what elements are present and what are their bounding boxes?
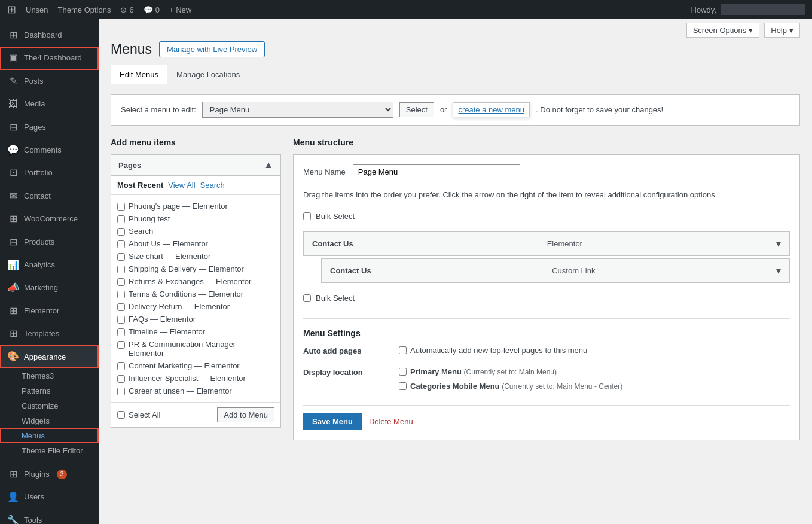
sidebar-item-portfolio[interactable]: ⊡ Portfolio	[0, 162, 99, 184]
menu-item-label-1: Contact Us	[330, 266, 371, 275]
add-to-menu-button[interactable]: Add to Menu	[217, 407, 274, 422]
menu-item-row[interactable]: Contact Us Custom Link ▾	[321, 258, 790, 283]
sidebar-item-marketing[interactable]: 📣 Marketing	[0, 276, 99, 299]
categories-mobile-menu-checkbox[interactable]	[399, 382, 407, 390]
pages-tab-most-recent[interactable]: Most Recent	[117, 181, 163, 190]
select-all-checkbox[interactable]	[117, 411, 125, 419]
help-button[interactable]: Help ▾	[764, 23, 800, 38]
select-menu-button[interactable]: Select	[399, 102, 434, 117]
list-item: Terms & Conditions — Elementor	[117, 288, 274, 300]
page-checkbox-12[interactable]	[117, 362, 125, 370]
comments-bar[interactable]: 💬 0	[144, 5, 160, 14]
page-checkbox-8[interactable]	[117, 303, 125, 311]
menu-item-type-1: Custom Link	[552, 266, 595, 275]
sidebar-item-elementor[interactable]: ⊞ Elementor	[0, 300, 99, 322]
auto-add-checkbox-label[interactable]: Automatically add new top-level pages to…	[399, 345, 790, 356]
howdy-label: Howdy,	[691, 5, 716, 14]
page-checkbox-1[interactable]	[117, 215, 125, 223]
display-location-label: Display location	[303, 367, 387, 395]
pages-box: Pages ▲ Most Recent View All Search Phuo…	[111, 154, 281, 428]
customize-icon: ⊙	[120, 5, 127, 14]
submenu-menus[interactable]: Menus	[0, 428, 99, 443]
page-checkbox-7[interactable]	[117, 291, 125, 298]
page-checkbox-10[interactable]	[117, 328, 125, 336]
page-checkbox-14[interactable]	[117, 388, 125, 395]
new-item[interactable]: + New	[169, 5, 191, 14]
sidebar-item-products[interactable]: ⊟ Products	[0, 231, 99, 254]
delete-menu-link[interactable]: Delete Menu	[369, 417, 413, 426]
pages-collapse-button[interactable]: ▲	[264, 160, 273, 170]
posts-icon: ✎	[7, 75, 19, 88]
page-checkbox-13[interactable]	[117, 375, 125, 383]
list-item: Timeline — Elementor	[117, 325, 274, 338]
site-name[interactable]: Unsen	[26, 5, 48, 14]
screen-options-button[interactable]: Screen Options ▾	[686, 23, 760, 38]
tab-edit-menus[interactable]: Edit Menus	[111, 65, 167, 84]
sidebar-item-comments[interactable]: 💬 Comments	[0, 139, 99, 162]
page-title: Menus	[111, 41, 152, 57]
submenu-theme-file-editor[interactable]: Theme File Editor	[0, 443, 99, 458]
sidebar-item-the4-dashboard[interactable]: ▣ The4 Dashboard	[0, 47, 99, 69]
main-content: Screen Options ▾ Help ▾ Menus Manage wit…	[99, 19, 812, 524]
help-chevron-icon: ▾	[789, 26, 793, 35]
list-item: Returns & Exchanges — Elementor	[117, 275, 274, 288]
menu-item-row[interactable]: Contact Us Elementor ▾	[303, 231, 790, 256]
create-new-menu-link[interactable]: create a new menu	[458, 105, 524, 114]
user-search-input[interactable]	[721, 4, 805, 15]
menu-item-expand-1[interactable]: ▾	[776, 265, 781, 276]
tab-manage-locations[interactable]: Manage Locations	[167, 65, 249, 84]
page-checkbox-5[interactable]	[117, 266, 125, 273]
primary-menu-checkbox[interactable]	[399, 368, 407, 376]
plugins-icon: ⊞	[7, 468, 19, 481]
sidebar-item-tools[interactable]: 🔧 Tools	[0, 509, 99, 524]
submenu-customize[interactable]: Customize	[0, 398, 99, 413]
list-item: Phuong's page — Elementor	[117, 200, 274, 212]
select-all-label[interactable]: Select All	[117, 410, 160, 419]
sidebar-item-media[interactable]: 🖼 Media	[0, 93, 99, 115]
sidebar-item-posts[interactable]: ✎ Posts	[0, 70, 99, 93]
sidebar-item-appearance[interactable]: 🎨 Appearance	[0, 345, 99, 368]
sidebar-item-contact[interactable]: ✉ Contact	[0, 185, 99, 208]
admin-bar: ⊞ Unsen Theme Options ⊙ 6 💬 0 + New Howd…	[0, 0, 812, 19]
auto-add-checkbox[interactable]	[399, 346, 407, 354]
submenu-widgets[interactable]: Widgets	[0, 413, 99, 428]
page-checkbox-6[interactable]	[117, 278, 125, 286]
sidebar-item-users[interactable]: 👤 Users	[0, 486, 99, 508]
pages-box-header: Pages ▲	[111, 155, 280, 176]
save-menu-button[interactable]: Save Menu	[303, 413, 362, 430]
page-checkbox-4[interactable]	[117, 253, 125, 261]
display-location-row: Display location Primary Menu (Currently…	[303, 367, 790, 395]
sidebar-item-woocommerce[interactable]: ⊞ WooCommerce	[0, 208, 99, 230]
page-checkbox-11[interactable]	[117, 341, 125, 349]
live-preview-button[interactable]: Manage with Live Preview	[159, 41, 265, 57]
primary-menu-label[interactable]: Primary Menu (Currently set to: Main Men…	[399, 367, 790, 377]
comments-icon: 💬	[7, 144, 19, 157]
sidebar-item-analytics[interactable]: 📊 Analytics	[0, 254, 99, 276]
menu-item-expand-0[interactable]: ▾	[776, 238, 781, 249]
page-checkbox-3[interactable]	[117, 240, 125, 248]
theme-options[interactable]: Theme Options	[58, 5, 111, 14]
wp-logo-icon[interactable]: ⊞	[7, 3, 16, 16]
sidebar-item-templates[interactable]: ⊞ Templates	[0, 322, 99, 345]
menu-select[interactable]: Page Menu	[202, 102, 393, 118]
submenu-themes[interactable]: Themes 3	[0, 368, 99, 383]
bulk-select-top-checkbox[interactable]	[303, 212, 311, 220]
submenu-patterns[interactable]: Patterns	[0, 383, 99, 398]
bulk-select-bottom: Bulk Select	[303, 290, 790, 306]
sidebar-item-pages[interactable]: ⊟ Pages	[0, 116, 99, 139]
bulk-select-bottom-checkbox[interactable]	[303, 294, 311, 302]
page-checkbox-2[interactable]	[117, 228, 125, 236]
sidebar-item-plugins[interactable]: ⊞ Plugins 3	[0, 463, 99, 486]
menu-name-input[interactable]	[353, 164, 520, 179]
menu-structure-heading: Menu structure	[293, 138, 800, 147]
sidebar-item-dashboard[interactable]: ⊞ Dashboard	[0, 24, 99, 47]
pages-tabs: Most Recent View All Search	[111, 176, 280, 195]
page-checkbox-9[interactable]	[117, 316, 125, 324]
menu-items-list: Contact Us Elementor ▾ Contact Us Custom…	[303, 231, 790, 283]
list-item: Size chart — Elementor	[117, 250, 274, 263]
pages-tab-search[interactable]: Search	[200, 181, 225, 190]
page-checkbox-0[interactable]	[117, 203, 125, 211]
customize-count[interactable]: ⊙ 6	[120, 5, 133, 14]
categories-mobile-menu-label[interactable]: Categories Mobile Menu (Currently set to…	[399, 381, 790, 392]
pages-tab-view-all[interactable]: View All	[168, 181, 195, 190]
